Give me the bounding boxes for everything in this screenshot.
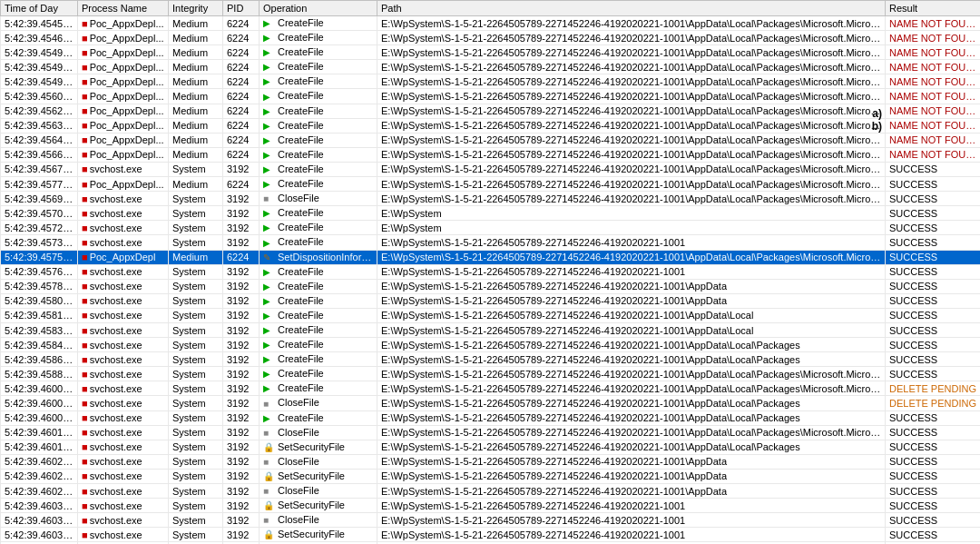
cell-pid: 3192 [223,338,260,352]
cell-result: NAME NOT FOUND [886,118,981,133]
table-row[interactable]: 5:42:39.4603028 ■svchost.exe System 3192… [1,499,981,513]
cell-process: ■svchost.exe [78,425,169,440]
cell-integrity: System [169,469,223,483]
cell-process: ■svchost.exe [78,221,169,235]
table-row[interactable]: 5:42:39.4546793 ■Poc_AppxDepl... Medium … [1,31,981,45]
cell-process: ■svchost.exe [78,499,169,513]
cell-process: ■svchost.exe [78,410,169,425]
cell-pid: 3192 [223,513,260,528]
cell-result: SUCCESS [886,250,981,264]
cell-time: 5:42:39.4603028 [1,499,78,513]
table-row[interactable]: 5:42:39.4560781 ■Poc_AppxDepl... Medium … [1,89,981,104]
cell-pid: 6224 [223,45,260,60]
cell-path: E:\WpSystem\S-1-5-21-2264505789-22714522… [377,381,886,396]
process-icon: ■ [82,427,88,438]
table-row[interactable]: 5:42:39.4563930 ■Poc_AppxDepl... Medium … [1,118,981,133]
table-row[interactable]: 5:42:39.4601664 ■svchost.exe System 3192… [1,425,981,440]
table-row[interactable]: 5:42:39.4566224 ■Poc_AppxDepl... Medium … [1,147,981,162]
cell-path: E:\WpSystem\S-1-5-21-2264505789-22714522… [377,192,886,206]
table-row[interactable]: 5:42:39.4576634 ■svchost.exe System 3192… [1,264,981,279]
table-row[interactable]: 5:42:39.4549029 ■Poc_AppxDepl... Medium … [1,60,981,74]
cell-process: ■svchost.exe [78,454,169,469]
table-container[interactable]: Time of Day Process Name Integrity PID O… [0,0,980,544]
cell-pid: 3192 [223,162,260,176]
cell-result: DELETE PENDING [886,396,981,410]
table-row[interactable]: 5:42:39.4562721 ■Poc_AppxDepl... Medium … [1,104,981,118]
cell-path: E:\WpSystem\S-1-5-21-2264505789-22714522… [377,177,886,192]
table-row[interactable]: 5:42:39.4603347 ■svchost.exe System 3192… [1,528,981,542]
table-row[interactable]: 5:42:39.4583390 ■svchost.exe System 3192… [1,322,981,337]
table-row[interactable]: 5:42:39.4545898 ■Poc_AppxDepl... Medium … [1,16,981,31]
process-icon: ■ [82,383,88,394]
table-row[interactable]: 5:42:39.4588399 ■svchost.exe System 3192… [1,367,981,381]
table-row[interactable]: 5:42:39.4580600 ■svchost.exe System 3192… [1,293,981,308]
process-icon: ■ [82,105,88,116]
table-row[interactable]: 5:42:39.4578491 ■svchost.exe System 3192… [1,279,981,293]
table-row[interactable]: 5:42:39.4602571 ■svchost.exe System 3192… [1,484,981,499]
col-header-time[interactable]: Time of Day [1,1,78,16]
table-row[interactable]: 5:42:39.4549029 ■Poc_AppxDepl... Medium … [1,45,981,60]
table-row[interactable]: 5:42:39.4584817 ■svchost.exe System 3192… [1,338,981,352]
col-header-pid[interactable]: PID [223,1,260,16]
process-icon: ■ [82,325,88,336]
cell-result: SUCCESS [886,279,981,293]
col-header-integrity[interactable]: Integrity [169,1,223,16]
table-row[interactable]: 5:42:39.4600555 ■svchost.exe System 3192… [1,396,981,410]
cell-result: SUCCESS [886,454,981,469]
table-row[interactable]: 5:42:39.4577764 ■Poc_AppxDepl... Medium … [1,177,981,192]
cell-integrity: Medium [169,250,223,264]
cell-path: E:\WpSystem\S-1-5-21-2264505789-22714522… [377,440,886,454]
table-row[interactable]: 5:42:39.4569331 ■svchost.exe System 3192… [1,192,981,206]
cell-pid: 3192 [223,293,260,308]
cell-path: E:\WpSystem\S-1-5-21-2264505789-22714522… [377,133,886,147]
cell-integrity: Medium [169,60,223,74]
table-body: 5:42:39.4545898 ■Poc_AppxDepl... Medium … [1,16,981,545]
col-header-operation[interactable]: Operation [260,1,377,16]
cell-path: E:\WpSystem\S-1-5-21-2264505789-22714522… [377,396,886,410]
process-icon: ■ [82,149,88,160]
cell-operation: ▶CreateFile [260,147,377,162]
table-row[interactable]: 5:42:39.4601955 ■svchost.exe System 3192… [1,440,981,454]
table-row[interactable]: 5:42:39.4575494 ■Poc_AppxDepl Medium 622… [1,250,981,264]
cell-time: 5:42:39.4549029 [1,45,78,60]
cell-result: SUCCESS [886,221,981,235]
cell-time: 5:42:39.4566224 [1,147,78,162]
table-row[interactable]: 5:42:39.4570635 ■svchost.exe System 3192… [1,206,981,221]
cell-integrity: System [169,499,223,513]
cell-pid: 6224 [223,133,260,147]
cell-path: E:\WpSystem\S-1-5-21-2264505789-22714522… [377,352,886,367]
cell-integrity: System [169,367,223,381]
cell-time: 5:42:39.4602338 [1,469,78,483]
process-icon: ■ [82,412,88,423]
table-row[interactable]: 5:42:39.4581906 ■svchost.exe System 3192… [1,308,981,322]
table-row[interactable]: 5:42:39.4573867 ■svchost.exe System 3192… [1,235,981,250]
table-row[interactable]: 5:42:39.4600040 ■svchost.exe System 3192… [1,381,981,396]
table-row[interactable]: 5:42:39.4602338 ■svchost.exe System 3192… [1,469,981,483]
cell-result: NAME NOT FOUND [886,60,981,74]
cell-result: SUCCESS [886,308,981,322]
table-row[interactable]: 5:42:39.4567547 ■svchost.exe System 3192… [1,162,981,176]
table-row[interactable]: 5:42:39.4603122 ■svchost.exe System 3192… [1,513,981,528]
table-row[interactable]: 5:42:39.4564930 ■Poc_AppxDepl... Medium … [1,133,981,147]
cell-result: NAME NOT FOUND [886,31,981,45]
table-row[interactable]: 5:42:39.4572329 ■svchost.exe System 3192… [1,221,981,235]
cell-operation: ▶CreateFile [260,206,377,221]
cell-result: SUCCESS [886,513,981,528]
cell-result: SUCCESS [886,235,981,250]
col-header-path[interactable]: Path [377,1,886,16]
cell-time: 5:42:39.4581906 [1,308,78,322]
cell-operation: ✎SetDispositionInformationFile [260,250,377,264]
cell-path: E:\WpSystem\S-1-5-21-2264505789-22714522… [377,235,886,250]
process-icon: ■ [82,33,88,44]
col-header-process[interactable]: Process Name [78,1,169,16]
table-row[interactable]: 5:42:39.4602196 ■svchost.exe System 3192… [1,454,981,469]
col-header-result[interactable]: Result [886,1,981,16]
process-icon: ■ [82,486,88,497]
cell-operation: ▶CreateFile [260,221,377,235]
table-row[interactable]: 5:42:39.4549329 ■Poc_AppxDepl... Medium … [1,74,981,89]
cell-integrity: System [169,322,223,337]
cell-time: 5:42:39.4546793 [1,31,78,45]
process-icon: ■ [82,398,88,409]
table-row[interactable]: 5:42:39.4586436 ■svchost.exe System 3192… [1,352,981,367]
table-row[interactable]: 5:42:39.4600752 ■svchost.exe System 3192… [1,410,981,425]
